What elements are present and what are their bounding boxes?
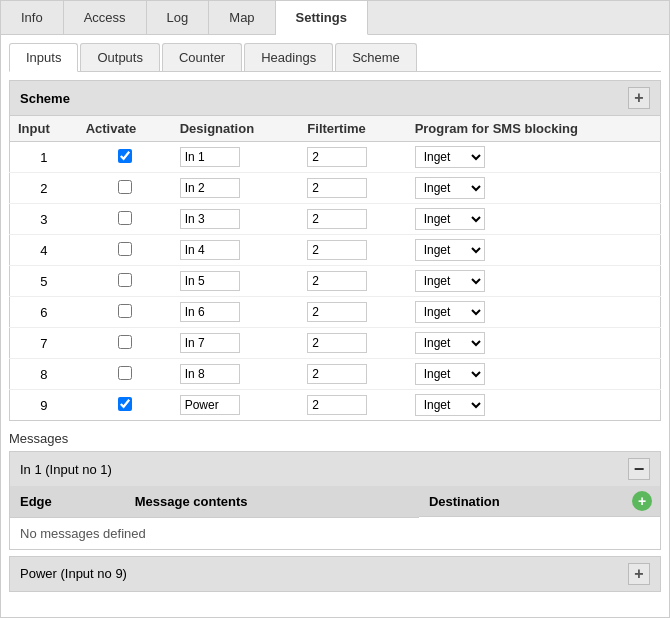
row-designation-input[interactable] [180, 178, 240, 198]
row-num: 8 [10, 359, 78, 390]
row-program-select[interactable]: Inget [415, 146, 485, 168]
row-filtertime-cell [299, 235, 406, 266]
subtab-inputs[interactable]: Inputs [9, 43, 78, 72]
msg-col-destination-label: Destination [429, 494, 500, 509]
row-program-select[interactable]: Inget [415, 177, 485, 199]
row-filtertime-input[interactable] [307, 271, 367, 291]
scheme-plus-button[interactable]: + [628, 87, 650, 109]
table-row: 7 Inget [10, 328, 661, 359]
row-checkbox-cell [78, 297, 172, 328]
row-activate-checkbox[interactable] [118, 366, 132, 380]
subtab-scheme[interactable]: Scheme [335, 43, 417, 71]
row-program-select[interactable]: Inget [415, 332, 485, 354]
tab-settings[interactable]: Settings [276, 1, 368, 35]
row-program-select[interactable]: Inget [415, 394, 485, 416]
row-filtertime-input[interactable] [307, 209, 367, 229]
msg-col-contents: Message contents [125, 486, 419, 517]
row-designation-cell [172, 142, 300, 173]
row-filtertime-input[interactable] [307, 147, 367, 167]
row-designation-input[interactable] [180, 364, 240, 384]
row-program-cell: Inget [407, 359, 661, 390]
row-program-cell: Inget [407, 297, 661, 328]
row-filtertime-cell [299, 297, 406, 328]
row-filtertime-cell [299, 204, 406, 235]
table-row: 1 Inget [10, 142, 661, 173]
row-activate-checkbox[interactable] [118, 273, 132, 287]
row-filtertime-cell [299, 328, 406, 359]
row-activate-checkbox[interactable] [118, 180, 132, 194]
row-designation-input[interactable] [180, 271, 240, 291]
tab-info[interactable]: Info [1, 1, 64, 34]
table-row: 8 Inget [10, 359, 661, 390]
row-num: 2 [10, 173, 78, 204]
row-program-cell: Inget [407, 142, 661, 173]
panel-power-expand-button[interactable]: + [628, 563, 650, 585]
scheme-header: Scheme + [9, 80, 661, 115]
row-program-select[interactable]: Inget [415, 270, 485, 292]
row-num: 9 [10, 390, 78, 421]
tab-map[interactable]: Map [209, 1, 275, 34]
row-program-select[interactable]: Inget [415, 301, 485, 323]
tab-log[interactable]: Log [147, 1, 210, 34]
subtab-counter[interactable]: Counter [162, 43, 242, 71]
row-designation-input[interactable] [180, 333, 240, 353]
col-activate: Activate [78, 116, 172, 142]
row-filtertime-input[interactable] [307, 364, 367, 384]
row-designation-cell [172, 328, 300, 359]
row-designation-cell [172, 266, 300, 297]
row-filtertime-cell [299, 173, 406, 204]
row-designation-input[interactable] [180, 395, 240, 415]
row-program-cell: Inget [407, 235, 661, 266]
row-activate-checkbox[interactable] [118, 304, 132, 318]
panel-power: Power (Input no 9) + [9, 556, 661, 592]
row-checkbox-cell [78, 235, 172, 266]
row-program-select[interactable]: Inget [415, 363, 485, 385]
panel-in1-title: In 1 (Input no 1) [20, 462, 112, 477]
row-filtertime-input[interactable] [307, 302, 367, 322]
row-filtertime-input[interactable] [307, 178, 367, 198]
row-activate-checkbox[interactable] [118, 149, 132, 163]
subtab-headings[interactable]: Headings [244, 43, 333, 71]
row-designation-cell [172, 204, 300, 235]
row-program-cell: Inget [407, 266, 661, 297]
subtab-outputs[interactable]: Outputs [80, 43, 160, 71]
panel-in1-collapse-button[interactable]: − [628, 458, 650, 480]
row-program-cell: Inget [407, 204, 661, 235]
top-tabs: Info Access Log Map Settings [1, 1, 669, 35]
row-designation-cell [172, 173, 300, 204]
row-activate-checkbox[interactable] [118, 211, 132, 225]
table-row: 2 Inget [10, 173, 661, 204]
row-filtertime-input[interactable] [307, 333, 367, 353]
row-program-select[interactable]: Inget [415, 208, 485, 230]
panel-in1-header[interactable]: In 1 (Input no 1) − [10, 452, 660, 486]
row-designation-input[interactable] [180, 302, 240, 322]
row-designation-input[interactable] [180, 209, 240, 229]
add-message-button[interactable]: + [632, 491, 652, 511]
row-filtertime-cell [299, 390, 406, 421]
row-activate-checkbox[interactable] [118, 242, 132, 256]
row-designation-input[interactable] [180, 240, 240, 260]
row-num: 1 [10, 142, 78, 173]
tab-access[interactable]: Access [64, 1, 147, 34]
no-messages-text: No messages defined [10, 517, 660, 549]
row-designation-input[interactable] [180, 147, 240, 167]
panel-power-header[interactable]: Power (Input no 9) + [10, 557, 660, 591]
msg-table-in1: Edge Message contents Destination + No m… [10, 486, 660, 549]
row-checkbox-cell [78, 359, 172, 390]
row-num: 4 [10, 235, 78, 266]
row-program-cell: Inget [407, 328, 661, 359]
row-designation-cell [172, 390, 300, 421]
row-activate-checkbox[interactable] [118, 335, 132, 349]
row-checkbox-cell [78, 328, 172, 359]
table-row: 5 Inget [10, 266, 661, 297]
row-filtertime-input[interactable] [307, 240, 367, 260]
row-program-select[interactable]: Inget [415, 239, 485, 261]
row-designation-cell [172, 297, 300, 328]
scheme-label: Scheme [20, 91, 70, 106]
row-filtertime-input[interactable] [307, 395, 367, 415]
sub-tabs: Inputs Outputs Counter Headings Scheme [9, 43, 661, 72]
table-row: 3 Inget [10, 204, 661, 235]
row-activate-checkbox[interactable] [118, 397, 132, 411]
col-program: Program for SMS blocking [407, 116, 661, 142]
row-checkbox-cell [78, 173, 172, 204]
